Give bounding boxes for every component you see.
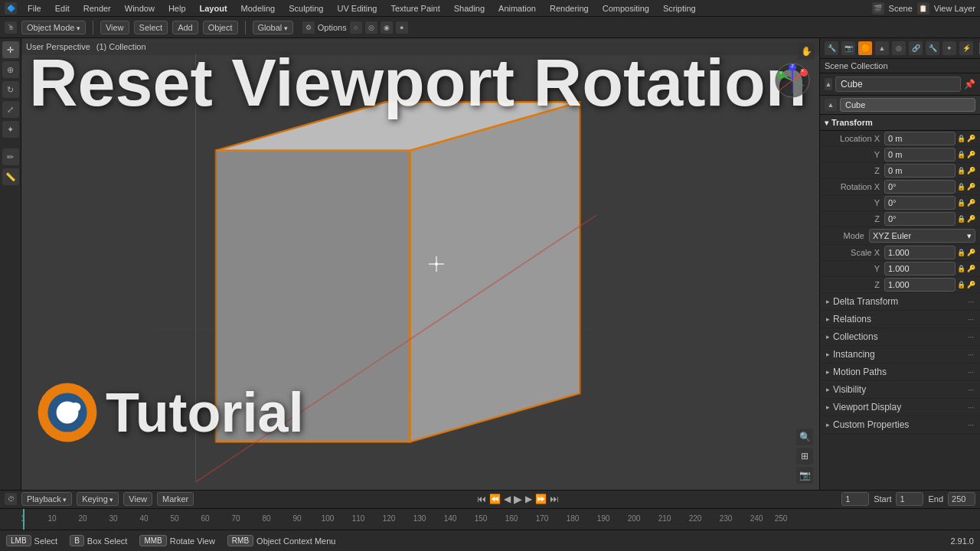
current-frame-input[interactable] (841, 492, 869, 506)
marker-btn[interactable]: Marker (157, 492, 194, 506)
location-y-value[interactable]: 0 m (884, 148, 956, 161)
menu-render[interactable]: Render (80, 4, 114, 13)
lock-sy-icon[interactable]: 🔒 (957, 265, 965, 272)
camera-btn[interactable]: 📷 (796, 467, 813, 484)
key-rz-icon[interactable]: 🔑 (967, 215, 975, 223)
playback-btn[interactable]: Playback (21, 492, 72, 506)
rotation-y-value[interactable]: 0° (884, 196, 956, 210)
lock-x-icon[interactable]: 🔒 (957, 135, 965, 142)
instancing-row[interactable]: ▸ Instancing ··· (820, 346, 980, 364)
annotate-tool[interactable]: ✏ (2, 148, 19, 165)
menu-window[interactable]: Window (122, 4, 158, 13)
tab-rendering[interactable]: Rendering (547, 4, 592, 13)
lock-sz-icon[interactable]: 🔒 (957, 281, 965, 289)
transform-tool[interactable]: ✦ (2, 121, 19, 138)
key-sy-icon[interactable]: 🔑 (967, 265, 975, 272)
collections-row[interactable]: ▸ Collections ··· (820, 328, 980, 346)
prop-icon-modifiers[interactable]: 🔧 (926, 41, 939, 55)
measure-tool[interactable]: 📏 (2, 168, 19, 185)
add-menu-btn[interactable]: Add (172, 21, 198, 34)
scale-tool[interactable]: ⤢ (2, 101, 19, 118)
rotation-z-value[interactable]: 0° (884, 212, 956, 226)
prev-keyframe-btn[interactable]: ◀ (504, 494, 511, 504)
cube-selector-input[interactable] (840, 98, 975, 112)
key-ry-icon[interactable]: 🔑 (967, 199, 975, 207)
tab-animation[interactable]: Animation (495, 4, 539, 13)
next-keyframe-btn[interactable]: ▶ (525, 494, 532, 504)
key-z-icon[interactable]: 🔑 (967, 167, 975, 174)
prop-icon-constraints[interactable]: 🔗 (909, 41, 923, 55)
tab-compositing[interactable]: Compositing (599, 4, 652, 13)
step-forward-btn[interactable]: ⏩ (535, 494, 547, 504)
rotate-tool[interactable]: ↻ (2, 81, 19, 98)
key-sz-icon[interactable]: 🔑 (967, 281, 975, 289)
prop-icon-particles[interactable]: ✦ (942, 41, 956, 55)
tab-scripting[interactable]: Scripting (660, 4, 699, 13)
viewport-shading-2[interactable]: ◎ (365, 21, 377, 34)
transform-section-header[interactable]: ▾ Transform (820, 115, 980, 131)
jump-start-btn[interactable]: ⏮ (477, 494, 486, 504)
global-btn[interactable]: Global (253, 21, 293, 34)
visibility-row[interactable]: ▸ Visibility ··· (820, 381, 980, 399)
delta-transform-row[interactable]: ▸ Delta Transform ··· (820, 293, 980, 311)
step-back-btn[interactable]: ⏪ (489, 494, 501, 504)
lock-z-icon[interactable]: 🔒 (957, 167, 965, 174)
timeline-numbers[interactable]: 1 10 20 30 40 50 60 70 80 90 100 110 120… (0, 509, 980, 530)
select-menu-btn[interactable]: Select (134, 21, 168, 34)
relations-row[interactable]: ▸ Relations ··· (820, 311, 980, 328)
menu-file[interactable]: File (24, 4, 44, 13)
view-menu-btn[interactable]: View (100, 21, 129, 34)
grid-btn[interactable]: ⊞ (796, 448, 813, 465)
menu-help[interactable]: Help (165, 4, 189, 13)
tab-layout[interactable]: Layout (197, 4, 230, 13)
zoom-in-btn[interactable]: 🔍 (796, 429, 813, 445)
scene-dropdown[interactable]: 🎬 (872, 2, 884, 15)
viewport-3d[interactable]: User Perspective (1) Collection Reset Vi… (21, 38, 819, 490)
lock-sx-icon[interactable]: 🔒 (957, 249, 965, 256)
cursor-tool[interactable]: ✛ (2, 41, 19, 58)
play-btn[interactable]: ▶ (514, 493, 522, 505)
box-select-key[interactable]: B (70, 535, 84, 546)
location-x-value[interactable]: 0 m (884, 132, 956, 145)
location-z-value[interactable]: 0 m (884, 164, 956, 178)
nav-gizmo[interactable]: X Y Z (773, 61, 812, 99)
object-name-input[interactable] (835, 77, 961, 92)
key-rx-icon[interactable]: 🔑 (967, 183, 975, 191)
prop-icon-physics[interactable]: ⚡ (959, 41, 973, 55)
key-x-icon[interactable]: 🔑 (967, 135, 975, 142)
lock-y-icon[interactable]: 🔒 (957, 151, 965, 158)
prop-icon-scene[interactable]: 🔧 (825, 41, 838, 55)
lock-rx-icon[interactable]: 🔒 (957, 183, 965, 191)
options-btn[interactable]: ⚙ (302, 21, 315, 34)
lock-ry-icon[interactable]: 🔒 (957, 199, 965, 207)
scale-y-value[interactable]: 1.000 (884, 262, 956, 276)
prop-icon-material[interactable]: ◎ (892, 41, 906, 55)
tab-sculpting[interactable]: Sculpting (286, 4, 326, 13)
view-layer-dropdown[interactable]: 📋 (917, 2, 929, 15)
select-key[interactable]: LMB (6, 535, 31, 546)
key-y-icon[interactable]: 🔑 (967, 151, 975, 158)
key-sx-icon[interactable]: 🔑 (967, 249, 975, 256)
viewport-shading-4[interactable]: ● (396, 21, 408, 34)
viewport-display-row[interactable]: ▸ Viewport Display ··· (820, 399, 980, 416)
tab-shading[interactable]: Shading (451, 4, 488, 13)
mode-dropdown[interactable]: XYZ Euler ▾ (869, 229, 975, 243)
scale-x-value[interactable]: 1.000 (884, 246, 956, 259)
keying-btn[interactable]: Keying (77, 492, 119, 506)
motion-paths-row[interactable]: ▸ Motion Paths ··· (820, 364, 980, 381)
scale-z-value[interactable]: 1.000 (884, 278, 956, 292)
start-frame-input[interactable] (896, 492, 923, 506)
hand-tool-btn[interactable]: ✋ (798, 43, 815, 60)
menu-edit[interactable]: Edit (52, 4, 73, 13)
viewport-shading-3[interactable]: ◉ (381, 21, 393, 34)
prop-icon-data[interactable]: ▲ (875, 41, 889, 55)
prop-icon-object[interactable]: 🟠 (858, 41, 872, 55)
move-tool[interactable]: ⊕ (2, 61, 19, 78)
object-menu-btn[interactable]: Object (203, 21, 238, 34)
tab-uv-editing[interactable]: UV Editing (335, 4, 381, 13)
rotate-view-key[interactable]: MMB (139, 535, 166, 546)
pin-icon[interactable]: 📌 (964, 79, 975, 90)
tab-modeling[interactable]: Modeling (238, 4, 279, 13)
timeline-type-icon[interactable]: ⏱ (5, 493, 17, 505)
object-mode-btn[interactable]: Object Mode (21, 21, 86, 34)
